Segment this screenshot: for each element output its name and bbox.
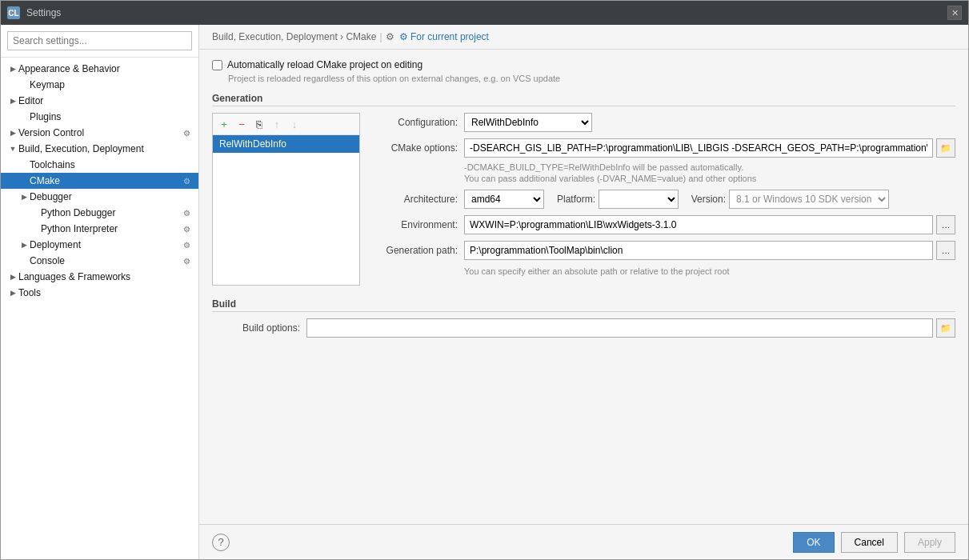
search-input[interactable] [7, 31, 192, 50]
sidebar-item-label: Version Control [18, 127, 178, 138]
cmake-hint1: -DCMAKE_BUILD_TYPE=RelWithDebInfo will b… [464, 162, 955, 172]
config-list-item[interactable]: RelWithDebInfo [213, 135, 359, 153]
sidebar-item-label: Appearance & Behavior [18, 63, 192, 74]
sidebar-item-debugger[interactable]: ▶ Debugger [1, 189, 198, 205]
dots-icon: … [942, 246, 951, 255]
dots-icon: … [942, 220, 951, 230]
sidebar-item-plugins[interactable]: Plugins [1, 109, 198, 125]
cmake-hints: -DCMAKE_BUILD_TYPE=RelWithDebInfo will b… [464, 161, 955, 183]
sidebar-item-label: Build, Execution, Deployment [18, 143, 192, 154]
copy-config-button[interactable]: ⎘ [251, 116, 267, 132]
platform-select[interactable] [599, 190, 679, 209]
environment-input[interactable] [464, 215, 933, 234]
folder-icon: 📁 [940, 143, 951, 154]
cancel-button[interactable]: Cancel [841, 532, 898, 553]
build-options-label: Build options: [212, 322, 300, 334]
platform-label: Platform: [547, 194, 595, 205]
apply-button[interactable]: Apply [904, 532, 955, 553]
expand-arrow [30, 223, 41, 234]
auto-reload-hint: Project is reloaded regardless of this o… [228, 74, 955, 83]
sidebar-item-label: Debugger [30, 191, 192, 202]
help-button[interactable]: ? [212, 534, 230, 551]
build-options-input[interactable] [306, 318, 933, 338]
remove-config-button[interactable]: − [234, 116, 250, 132]
expand-arrow [18, 111, 30, 122]
generation-area: + − ⎘ ↑ ↓ RelWithDebInfo [212, 113, 955, 286]
sidebar-item-label: Tools [18, 287, 192, 298]
sidebar-item-console[interactable]: Console ⚙ [1, 253, 198, 269]
build-options-browse-button[interactable]: 📁 [936, 318, 955, 338]
build-options-value: 📁 [306, 318, 955, 338]
sidebar-item-build-execution[interactable]: ▼ Build, Execution, Deployment [1, 141, 198, 157]
dialog-buttons: OK Cancel Apply [793, 532, 955, 553]
config-list-items: RelWithDebInfo [213, 135, 359, 285]
sidebar-item-tools[interactable]: ▶ Tools [1, 285, 198, 301]
settings-icon: ⚙ [181, 255, 192, 266]
expand-arrow: ▶ [7, 271, 18, 282]
ok-button[interactable]: OK [793, 532, 834, 553]
sidebar-item-cmake[interactable]: CMake ⚙ [1, 173, 198, 189]
generation-section-title: Generation [212, 93, 955, 106]
window-controls: ✕ [947, 6, 962, 20]
search-box [1, 25, 198, 58]
main-content: ▶ Appearance & Behavior Keymap ▶ Editor … [1, 25, 968, 559]
environment-browse-button[interactable]: … [936, 215, 955, 234]
config-fields: Configuration: RelWithDebInfo CMake opti… [370, 113, 955, 286]
sidebar-item-label: Python Interpreter [41, 223, 178, 234]
sidebar-item-version-control[interactable]: ▶ Version Control ⚙ [1, 125, 198, 141]
sidebar-item-python-interpreter[interactable]: Python Interpreter ⚙ [1, 221, 198, 237]
sidebar-item-label: Plugins [30, 111, 192, 122]
build-options-row: Build options: 📁 [212, 318, 955, 338]
auto-reload-row: Automatically reload CMake project on ed… [212, 59, 955, 70]
cmake-options-input[interactable] [464, 138, 933, 158]
expand-arrow [18, 255, 30, 266]
project-link[interactable]: ⚙ For current project [399, 31, 489, 42]
move-up-button[interactable]: ↑ [269, 116, 285, 132]
window-title: Settings [26, 7, 947, 18]
move-down-button[interactable]: ↓ [286, 116, 302, 132]
sidebar-item-editor[interactable]: ▶ Editor [1, 93, 198, 109]
sidebar-item-languages[interactable]: ▶ Languages & Frameworks [1, 269, 198, 285]
sidebar-tree: ▶ Appearance & Behavior Keymap ▶ Editor … [1, 58, 198, 559]
sidebar-item-appearance[interactable]: ▶ Appearance & Behavior [1, 61, 198, 77]
generation-path-hint: You can specify either an absolute path … [464, 266, 955, 276]
configuration-label: Configuration: [370, 117, 458, 128]
expand-arrow [30, 207, 41, 218]
sidebar: ▶ Appearance & Behavior Keymap ▶ Editor … [1, 25, 199, 559]
main-panel: Build, Execution, Deployment › CMake | ⚙… [199, 25, 968, 559]
environment-row: Environment: … [370, 215, 955, 234]
generation-path-value: … [464, 241, 955, 260]
add-config-button[interactable]: + [216, 116, 232, 132]
cmake-options-browse-button[interactable]: 📁 [936, 138, 955, 158]
generation-path-input[interactable] [464, 241, 933, 260]
sidebar-item-toolchains[interactable]: Toolchains [1, 157, 198, 173]
expand-arrow: ▼ [7, 143, 18, 154]
expand-arrow [18, 79, 30, 90]
generation-path-browse-button[interactable]: … [936, 241, 955, 260]
settings-icon: ⚙ [181, 207, 192, 218]
sidebar-item-label: Languages & Frameworks [18, 271, 192, 282]
sidebar-item-deployment[interactable]: ▶ Deployment ⚙ [1, 237, 198, 253]
generation-path-label: Generation path: [370, 245, 458, 256]
expand-arrow [18, 175, 30, 186]
version-label: Version: [682, 194, 726, 205]
build-section: Build Build options: 📁 [212, 298, 955, 338]
close-button[interactable]: ✕ [947, 6, 962, 20]
configuration-select[interactable]: RelWithDebInfo [464, 113, 592, 132]
architecture-select[interactable]: amd64 [464, 190, 544, 209]
sidebar-item-python-debugger[interactable]: Python Debugger ⚙ [1, 205, 198, 221]
architecture-label: Architecture: [370, 194, 458, 205]
cmake-options-row: CMake options: 📁 [370, 138, 955, 158]
version-select[interactable]: 8.1 or Windows 10 SDK version [729, 190, 889, 209]
configuration-row: Configuration: RelWithDebInfo [370, 113, 955, 132]
cmake-hint2: You can pass additional variables (-DVAR… [464, 174, 955, 183]
expand-arrow: ▶ [7, 287, 18, 298]
breadcrumb-bar: Build, Execution, Deployment › CMake | ⚙… [199, 25, 968, 50]
auto-reload-checkbox[interactable] [212, 60, 222, 70]
title-bar: CL Settings ✕ [1, 1, 968, 25]
cmake-options-label: CMake options: [370, 142, 458, 154]
sidebar-item-keymap[interactable]: Keymap [1, 77, 198, 93]
environment-label: Environment: [370, 219, 458, 230]
generation-path-row: Generation path: … [370, 241, 955, 260]
bottom-bar: ? OK Cancel Apply [199, 524, 968, 559]
